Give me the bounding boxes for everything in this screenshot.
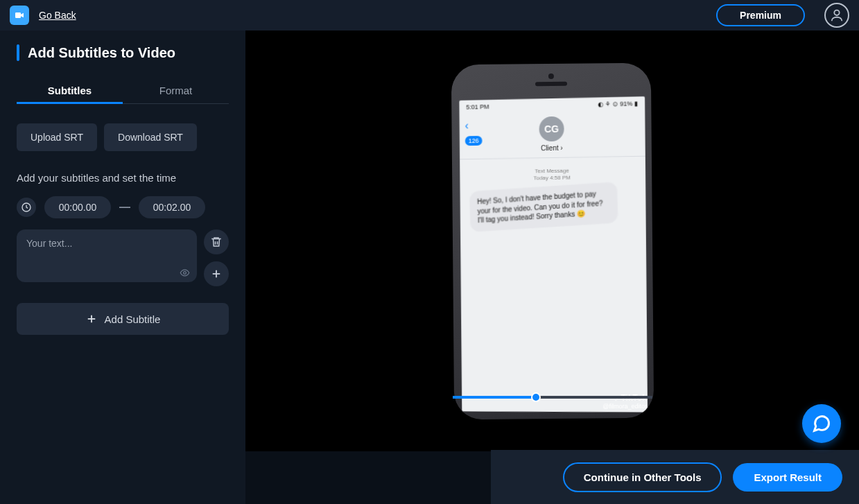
download-srt-button[interactable]: Download SRT (104, 123, 197, 151)
status-icons: ◐ ⚘ ⊙ 91% ▮ (598, 100, 638, 107)
chat-bubble: Hey! So, I don't have the budget to pay … (469, 181, 618, 231)
time-range-row: — (17, 196, 229, 218)
chat-avatar: CG (539, 116, 564, 141)
instruction-text: Add your subtitles and set the time (17, 172, 229, 184)
export-button[interactable]: Export Result (733, 463, 842, 492)
chat-contact-name: Client › (460, 142, 645, 153)
video-seekbar[interactable] (245, 396, 859, 399)
add-subtitle-label: Add Subtitle (105, 313, 161, 325)
page-title: Add Subtitles to Video (28, 45, 175, 61)
add-subtitle-button[interactable]: Add Subtitle (17, 303, 229, 335)
upload-srt-button[interactable]: Upload SRT (17, 123, 97, 151)
help-fab-button[interactable] (802, 404, 841, 443)
subtitle-sidebar: Add Subtitles to Video Subtitles Format … (0, 31, 245, 504)
svg-rect-0 (15, 12, 21, 18)
delete-subtitle-button[interactable] (204, 229, 229, 254)
phone-screen: 5:01 PM ◐ ⚘ ⊙ 91% ▮ ‹ 126 CG Client › Te… (459, 96, 648, 412)
seek-thumb[interactable] (531, 392, 541, 402)
top-bar: Go Back Premium (0, 0, 859, 31)
chat-back-icon: ‹ (465, 119, 468, 132)
user-avatar-button[interactable] (824, 3, 849, 28)
tab-subtitles[interactable]: Subtitles (17, 78, 123, 103)
app-logo-icon (10, 6, 29, 25)
subtitle-text-input[interactable] (17, 229, 197, 282)
time-end-input[interactable] (139, 196, 205, 218)
phone-frame: 5:01 PM ◐ ⚘ ⊙ 91% ▮ ‹ 126 CG Client › Te… (451, 62, 653, 419)
status-time: 5:01 PM (466, 103, 489, 110)
time-start-input[interactable] (44, 196, 111, 218)
premium-button[interactable]: Premium (716, 4, 805, 26)
add-entry-button[interactable] (204, 261, 229, 286)
seek-fill (453, 396, 537, 399)
bottom-bar: Continue in Other Tools Export Result (491, 450, 859, 504)
tab-format[interactable]: Format (123, 78, 229, 103)
video-preview-area: 5:01 PM ◐ ⚘ ⊙ 91% ▮ ‹ 126 CG Client › Te… (245, 31, 859, 504)
chat-unread-badge: 126 (465, 135, 482, 145)
continue-button[interactable]: Continue in Other Tools (563, 462, 722, 492)
video-stage: 5:01 PM ◐ ⚘ ⊙ 91% ▮ ‹ 126 CG Client › Te… (245, 31, 859, 451)
sidebar-tabs: Subtitles Format (17, 78, 229, 104)
go-back-link[interactable]: Go Back (39, 10, 76, 21)
tiktok-watermark: ♪ TikTok @filmora_editor (602, 392, 647, 410)
plus-icon (85, 313, 98, 325)
clock-icon (17, 198, 36, 217)
title-accent-bar (17, 44, 19, 61)
time-dash: — (119, 201, 130, 214)
svg-point-1 (834, 10, 839, 15)
